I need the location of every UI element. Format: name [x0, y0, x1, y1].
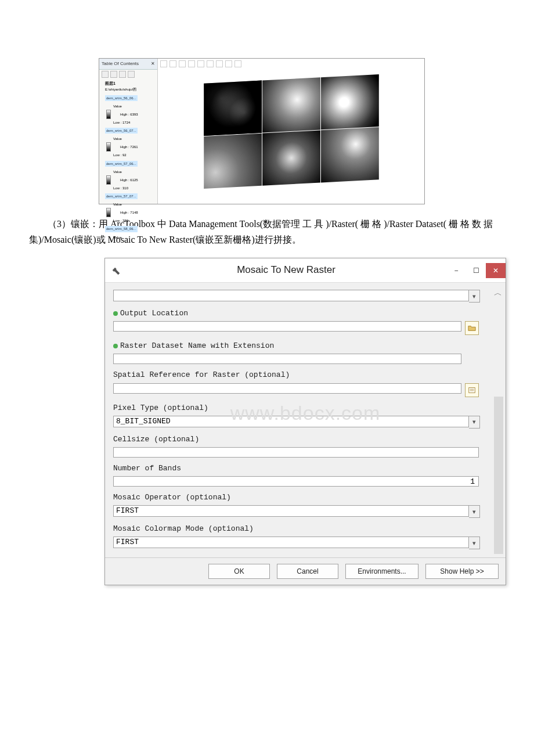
- low-value: Low : 92: [105, 152, 156, 158]
- required-dot-icon: [113, 344, 118, 348]
- gradient-swatch-icon: [106, 208, 111, 217]
- map-view[interactable]: [158, 59, 424, 204]
- toolbar-icon[interactable]: [225, 60, 232, 67]
- toolbar-icon[interactable]: [188, 60, 195, 67]
- value-label: Value: [105, 169, 156, 175]
- mosaic-operator-select[interactable]: FIRST: [113, 505, 469, 517]
- value-label: Value: [105, 103, 156, 109]
- colormap-mode-select[interactable]: FIRST: [113, 537, 469, 548]
- source-path: E:\shiyanliu\shuju\图: [105, 87, 156, 92]
- show-help-button[interactable]: Show Help >>: [425, 564, 499, 579]
- colormap-mode-label: Mosaic Colormap Mode (optional): [113, 523, 494, 535]
- gradient-swatch-icon: [106, 110, 111, 119]
- cellsize-label: Cellsize (optional): [113, 433, 494, 446]
- mosaic-to-new-raster-dialog: Mosaic To New Raster − ☐ ✕ www.bdocx.com…: [104, 258, 506, 585]
- value-label: Value: [105, 235, 156, 240]
- list-by-selection-icon[interactable]: [128, 71, 135, 78]
- spatial-ref-input[interactable]: [113, 383, 461, 394]
- toc-title: Table Of Contents: [102, 60, 139, 68]
- required-dot-icon: [113, 311, 118, 316]
- layer-name[interactable]: dem_srtm_56_06...: [105, 95, 138, 101]
- raster-name-input[interactable]: [113, 354, 461, 364]
- toolbar-icon[interactable]: [234, 60, 241, 67]
- low-value: Low : 310: [105, 185, 156, 191]
- close-button[interactable]: ✕: [486, 263, 506, 278]
- list-by-visibility-icon[interactable]: [119, 71, 126, 78]
- maximize-button[interactable]: ☐: [466, 263, 486, 278]
- layer-name[interactable]: dem_srtm_58_06...: [105, 226, 138, 232]
- dialog-titlebar[interactable]: Mosaic To New Raster − ☐ ✕: [105, 258, 506, 283]
- hammer-icon: [111, 265, 121, 276]
- cellsize-input[interactable]: [113, 447, 479, 458]
- dataframe-name[interactable]: 图层1: [105, 80, 156, 87]
- high-value: High : 7148: [112, 211, 138, 214]
- input-rasters-field[interactable]: [113, 290, 469, 301]
- dem-mosaic-preview: [204, 74, 379, 188]
- map-toolbar: [160, 60, 241, 67]
- high-value: High : 6393: [112, 113, 138, 116]
- value-label: Value: [105, 136, 156, 142]
- toc-tree: 图层1 E:\shiyanliu\shuju\图 dem_srtm_56_06.…: [99, 79, 157, 244]
- dropdown-icon[interactable]: ▾: [469, 537, 480, 549]
- dialog-title: Mosaic To New Raster: [126, 262, 446, 279]
- toolbar-icon[interactable]: [169, 60, 176, 67]
- scrollbar-track[interactable]: [494, 397, 503, 554]
- svg-rect-0: [469, 387, 475, 393]
- toc-toolbar: [99, 70, 157, 79]
- spatial-ref-label: Spatial Reference for Raster (optional): [113, 369, 494, 381]
- toolbar-icon[interactable]: [216, 60, 223, 67]
- ok-button[interactable]: OK: [208, 564, 270, 579]
- browse-button[interactable]: [465, 383, 479, 397]
- list-by-drawing-icon[interactable]: [102, 71, 109, 78]
- dropdown-icon[interactable]: ▾: [469, 505, 480, 518]
- browse-button[interactable]: [465, 321, 479, 335]
- layer-name[interactable]: dem_srtm_57_07...: [105, 193, 138, 199]
- output-location-input[interactable]: [113, 321, 461, 332]
- high-value: High : 6125: [112, 178, 138, 182]
- table-of-contents-panel: Table Of Contents ✕ 图层1 E:\shiyanliu\shu…: [99, 59, 158, 204]
- toolbar-icon[interactable]: [197, 60, 204, 67]
- arcmap-screenshot: Table Of Contents ✕ 图层1 E:\shiyanliu\shu…: [99, 58, 425, 204]
- bands-label: Number of Bands: [113, 462, 494, 475]
- toolbar-icon[interactable]: [207, 60, 214, 67]
- raster-name-label: Raster Dataset Name with Extension: [120, 341, 274, 350]
- minimize-button[interactable]: −: [446, 263, 466, 278]
- gradient-swatch-icon: [106, 142, 111, 152]
- list-by-source-icon[interactable]: [110, 71, 117, 78]
- gradient-swatch-icon: [106, 175, 111, 185]
- low-value: Low : 229: [105, 218, 156, 224]
- cancel-button[interactable]: Cancel: [277, 564, 338, 579]
- dialog-footer: OK Cancel Environments... Show Help >>: [105, 557, 506, 585]
- toolbar-icon[interactable]: [179, 60, 186, 67]
- layer-name[interactable]: dem_srtm_56_07...: [105, 128, 138, 134]
- output-location-label: Output Location: [120, 309, 188, 318]
- layer-name[interactable]: dem_srtm_57_06...: [105, 161, 138, 167]
- scroll-up-icon[interactable]: ︿: [493, 286, 503, 297]
- dropdown-icon[interactable]: ▾: [469, 290, 480, 303]
- dropdown-icon[interactable]: ▾: [469, 416, 480, 429]
- value-label: Value: [105, 201, 156, 207]
- pixel-type-label: Pixel Type (optional): [113, 402, 494, 415]
- mosaic-operator-label: Mosaic Operator (optional): [113, 491, 494, 504]
- toc-pin: ✕: [151, 60, 155, 68]
- low-value: Low : 1724: [105, 120, 156, 125]
- toolbar-icon[interactable]: [160, 60, 167, 67]
- environments-button[interactable]: Environments...: [345, 564, 418, 579]
- bands-input[interactable]: 1: [113, 476, 479, 487]
- high-value: High : 7261: [112, 145, 138, 149]
- pixel-type-select[interactable]: 8_BIT_SIGNED: [113, 416, 469, 427]
